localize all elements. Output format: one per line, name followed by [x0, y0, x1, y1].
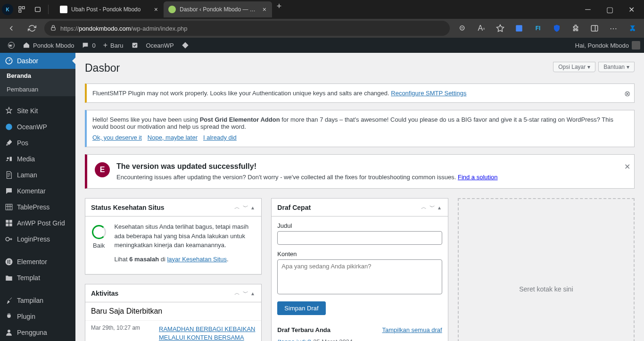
screen-options-button[interactable]: Opsi Layar ▾: [553, 62, 595, 72]
post-link[interactable]: RAMADHAN BERBAGI KEBAIKAN MELALUI KONTEN…: [159, 325, 255, 341]
svg-point-11: [6, 124, 12, 130]
menu-templates[interactable]: Templat: [0, 270, 75, 286]
toggle-icon[interactable]: ▴: [250, 290, 256, 297]
notice-smtp: FluentSMTP Plugin may not work properly.…: [85, 83, 635, 103]
address-bar[interactable]: https://pondokmbodo.com/wp-admin/index.p…: [44, 21, 450, 36]
new-tab-button[interactable]: +: [272, 1, 286, 17]
notice-postgrid: Hello! Seems like you have been using Po…: [85, 110, 635, 147]
submenu-updates[interactable]: Pembaruan: [0, 83, 75, 96]
move-up-icon[interactable]: ︿: [420, 203, 428, 211]
avatar[interactable]: [632, 41, 640, 50]
move-down-icon[interactable]: ﹀: [241, 203, 250, 211]
rate-later-link[interactable]: Nope, maybe later: [148, 134, 198, 141]
translate-icon[interactable]: [510, 21, 528, 36]
sidebar-icon[interactable]: [586, 21, 603, 36]
close-button[interactable]: ✕: [620, 1, 642, 17]
help-button[interactable]: Bantuan ▾: [598, 62, 635, 72]
comments-link[interactable]: 0: [78, 38, 99, 53]
title-label: Judul: [277, 222, 442, 229]
menu-dashboard[interactable]: Dasbor: [0, 53, 75, 69]
empty-dropzone[interactable]: Seret kotak ke sini: [458, 198, 635, 341]
admin-menu: Dasbor Beranda Pembaruan Site Kit OceanW…: [0, 53, 75, 341]
read-aloud-icon[interactable]: Aıı: [472, 21, 490, 36]
ext-bitwarden-icon[interactable]: [548, 21, 566, 36]
browser-tab-active[interactable]: Dasbor ‹ Pondok Mbodo — Wo ×: [164, 1, 272, 17]
refresh-button[interactable]: [24, 21, 41, 36]
rate-ok-link[interactable]: Ok, you deserve it: [92, 134, 142, 141]
menu-pages[interactable]: Laman: [0, 167, 75, 183]
toggle-icon[interactable]: ▴: [437, 204, 442, 211]
greeting[interactable]: Hai, Pondok Mbodo: [575, 42, 629, 49]
move-down-icon[interactable]: ﹀: [241, 289, 250, 297]
browser-toolbar: https://pondokmbodo.com/wp-admin/index.p…: [0, 19, 644, 38]
svg-rect-15: [9, 220, 12, 223]
menu-tablepress[interactable]: TablePress: [0, 199, 75, 215]
save-draft-button[interactable]: Simpan Draf: [277, 301, 325, 315]
elementor-icon: E: [95, 162, 110, 177]
rate-done-link[interactable]: I already did: [203, 134, 237, 141]
menu-loginpress[interactable]: LoginPress: [0, 231, 75, 247]
ext-floorp-icon[interactable]: FI: [529, 21, 547, 36]
move-up-icon[interactable]: ︿: [233, 203, 241, 211]
move-down-icon[interactable]: ﹀: [428, 203, 437, 211]
activity-section-header: Baru Saja Diterbitkan: [85, 302, 261, 321]
draft-title-input[interactable]: [277, 231, 442, 245]
maximize-button[interactable]: ▢: [599, 1, 620, 17]
browser-tab[interactable]: Ubah Post - Pondok Mbodo ×: [55, 1, 164, 17]
site-name-link[interactable]: Pondok Mbodo: [19, 38, 78, 53]
oceanwp-link[interactable]: OceanWP: [142, 38, 178, 53]
move-up-icon[interactable]: ︿: [233, 289, 241, 297]
close-icon[interactable]: ×: [153, 6, 159, 13]
dismiss-icon[interactable]: ✕: [624, 162, 630, 171]
svg-rect-6: [516, 25, 522, 32]
smtp-reconfigure-link[interactable]: Reconfigure SMTP Settings: [391, 90, 466, 97]
svg-rect-7: [591, 25, 598, 31]
quick-draft-box: Draf Cepat ︿ ﹀ ▴ Judul Konten: [271, 198, 448, 341]
svg-rect-4: [51, 27, 55, 30]
draft-content-input[interactable]: [277, 259, 442, 294]
svg-point-18: [6, 237, 9, 241]
notice-elementor: E The version was updated successfully! …: [85, 154, 635, 189]
menu-media[interactable]: Media: [0, 151, 75, 167]
elementor-debug-icon[interactable]: [178, 38, 193, 53]
close-icon[interactable]: ×: [262, 6, 267, 13]
copilot-icon[interactable]: [623, 21, 641, 36]
zoom-icon[interactable]: [454, 21, 471, 36]
toggle-icon[interactable]: ▴: [250, 204, 256, 211]
back-button[interactable]: [3, 21, 20, 36]
menu-elementor[interactable]: Elementor: [0, 254, 75, 270]
theme-check-icon[interactable]: [127, 38, 142, 53]
workspaces-icon[interactable]: [14, 2, 29, 17]
draft-row: (tanpa judul) 25 Maret 2024: [272, 336, 447, 341]
menu-icon[interactable]: ⋯: [604, 21, 622, 36]
wp-logo[interactable]: [4, 38, 19, 53]
new-content-link[interactable]: +Baru: [99, 38, 127, 53]
dismiss-icon[interactable]: ⊗: [624, 89, 630, 98]
submenu-home[interactable]: Beranda: [0, 69, 75, 83]
menu-users[interactable]: Pengguna: [0, 324, 75, 341]
menu-sitekit[interactable]: Site Kit: [0, 103, 75, 119]
health-screen-link[interactable]: layar Kesehatan Situs: [167, 256, 226, 263]
menu-oceanwp[interactable]: OceanWP: [0, 119, 75, 135]
draft-link[interactable]: (tanpa judul): [277, 338, 311, 341]
url-text: https://pondokmbodo.com/wp-admin/index.p…: [60, 25, 188, 32]
activity-row: Mar 29th, 10:27 am RAMADHAN BERBAGI KEBA…: [85, 321, 261, 341]
menu-plugins[interactable]: Plugin: [0, 308, 75, 324]
favorite-icon[interactable]: [491, 21, 509, 36]
find-solution-link[interactable]: Find a solution: [458, 174, 498, 181]
activity-box: Aktivitas ︿ ﹀ ▴ Baru Saja Diterbitkan Ma…: [85, 284, 262, 341]
favicon-icon: [60, 6, 67, 13]
menu-posts[interactable]: Pos: [0, 135, 75, 151]
minimize-button[interactable]: ─: [577, 1, 599, 17]
tabstrip-icon[interactable]: [30, 2, 45, 17]
svg-rect-13: [6, 204, 12, 210]
menu-appearance[interactable]: Tampilan: [0, 292, 75, 308]
svg-point-20: [8, 330, 10, 333]
menu-postgrid[interactable]: AnWP Post Grid: [0, 215, 75, 231]
page-title: Dasbor: [85, 58, 120, 76]
menu-comments[interactable]: Komentar: [0, 183, 75, 199]
show-all-drafts-link[interactable]: Tampilkan semua draf: [382, 326, 442, 333]
extensions-icon[interactable]: [567, 21, 585, 36]
svg-point-12: [7, 157, 9, 159]
svg-rect-3: [35, 7, 41, 11]
